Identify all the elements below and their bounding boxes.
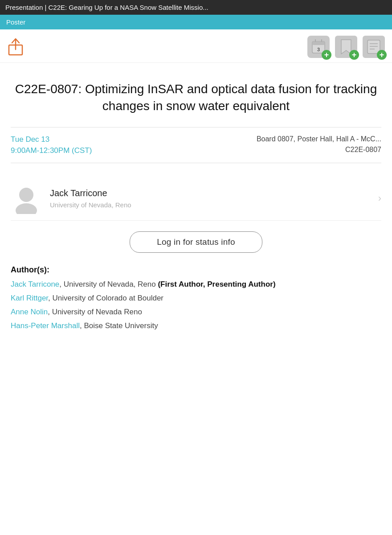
author-name-3[interactable]: Anne Nolin: [11, 308, 48, 316]
authors-heading: Author(s):: [11, 265, 381, 275]
session-location-text: Board 0807, Poster Hall, Hall A - McC...: [257, 134, 381, 144]
svg-rect-3: [312, 41, 325, 45]
login-button[interactable]: Log in for status info: [130, 231, 262, 253]
presenter-info: Jack Tarricone University of Nevada, Ren…: [50, 188, 131, 209]
author-affil-4: Boise State University: [84, 321, 158, 330]
title-bar-text: Presentation | C22E: Gearing Up for a NA…: [5, 4, 208, 11]
session-code: C22E-0807: [257, 144, 381, 155]
tab-bar[interactable]: Poster: [0, 15, 392, 29]
author-name-1[interactable]: Jack Tarricone: [11, 280, 59, 288]
session-date-time: Tue Dec 13 9:00AM-12:30PM (CST): [11, 134, 92, 156]
author-name-2[interactable]: Karl Rittger: [11, 294, 48, 302]
presenter-card[interactable]: Jack Tarricone University of Nevada, Ren…: [11, 177, 381, 221]
author-affil-3: University of Nevada Reno: [52, 308, 142, 316]
main-content: C22E-0807: Optimizing InSAR and optical …: [0, 63, 392, 342]
authors-section: Author(s): Jack Tarricone, University of…: [11, 265, 381, 332]
author-name-4[interactable]: Hans-Peter Marshall: [11, 321, 80, 330]
author-entry-1: Jack Tarricone, University of Nevada, Re…: [11, 278, 381, 290]
login-button-wrapper: Log in for status info: [11, 231, 381, 253]
title-bar: Presentation | C22E: Gearing Up for a NA…: [0, 0, 392, 15]
add-note-badge: +: [377, 50, 387, 60]
add-calendar-button[interactable]: 3 +: [307, 36, 330, 58]
author-entry-4: Hans-Peter Marshall, Boise State Univers…: [11, 320, 381, 332]
author-affil-2: University of Colorado at Boulder: [53, 294, 163, 302]
share-button[interactable]: [7, 37, 24, 57]
add-bookmark-badge: +: [349, 50, 359, 60]
svg-point-12: [16, 203, 37, 214]
avatar: [11, 183, 42, 214]
add-calendar-badge: +: [322, 50, 331, 60]
session-date: Tue Dec 13: [11, 134, 92, 145]
presenter-name: Jack Tarricone: [50, 188, 131, 198]
presenter-affiliation: University of Nevada, Reno: [50, 201, 131, 209]
presentation-title: C22E-0807: Optimizing InSAR and optical …: [11, 81, 381, 115]
toolbar: 3 + + +: [0, 29, 392, 63]
add-note-button[interactable]: +: [363, 36, 385, 58]
author-entry-2: Karl Rittger, University of Colorado at …: [11, 292, 381, 304]
tab-label: Poster: [6, 18, 25, 26]
author-affil-1: University of Nevada, Reno: [64, 280, 156, 288]
session-time: 9:00AM-12:30PM (CST): [11, 145, 92, 156]
session-location: Board 0807, Poster Hall, Hall A - McC...…: [257, 134, 381, 155]
svg-point-11: [19, 188, 33, 202]
author-entry-3: Anne Nolin, University of Nevada Reno: [11, 306, 381, 318]
session-info: Tue Dec 13 9:00AM-12:30PM (CST) Board 08…: [11, 127, 381, 163]
toolbar-actions: 3 + + +: [307, 36, 385, 58]
share-icon: [7, 37, 24, 57]
author-role-1: (First Author, Presenting Author): [158, 280, 275, 288]
svg-text:3: 3: [317, 47, 320, 52]
add-bookmark-button[interactable]: +: [335, 36, 357, 58]
chevron-right-icon: ›: [378, 193, 381, 204]
